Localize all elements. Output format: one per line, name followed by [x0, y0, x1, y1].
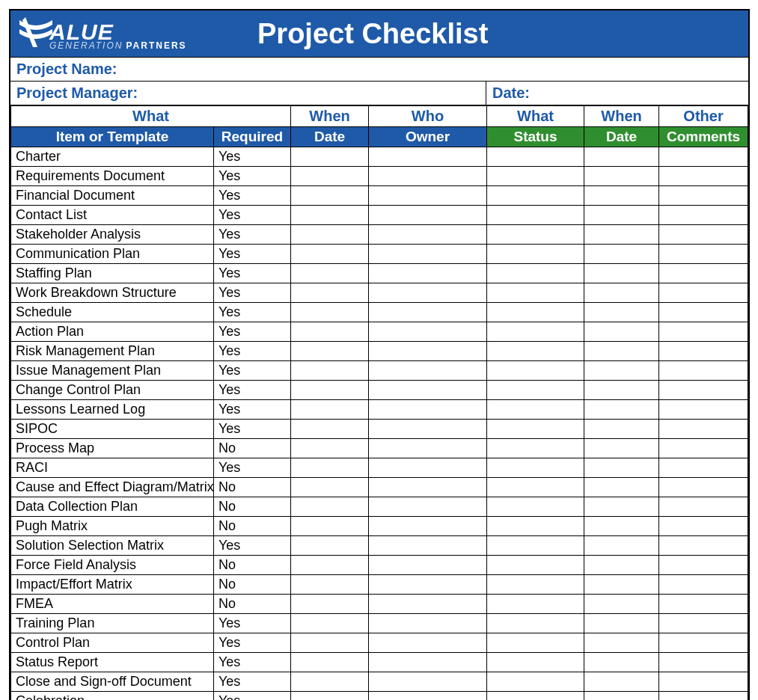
table-row: FMEANo	[11, 595, 748, 614]
cell-comments	[659, 361, 748, 381]
cell-required: Yes	[214, 167, 291, 186]
cell-date2	[584, 264, 659, 283]
col-required: Required	[214, 127, 291, 147]
cell-item: Communication Plan	[11, 245, 214, 264]
cell-date2	[584, 633, 659, 653]
cell-comments	[659, 147, 748, 167]
cell-required: Yes	[214, 536, 291, 556]
cell-status	[487, 595, 584, 614]
cell-comments	[659, 381, 748, 400]
table-row: Work Breakdown StructureYes	[11, 283, 748, 303]
table-row: Process MapNo	[11, 439, 748, 458]
cell-status	[487, 147, 584, 167]
cell-comments	[659, 186, 748, 206]
cell-date1	[291, 536, 369, 556]
project-manager-label: Project Manager:	[10, 82, 486, 105]
cell-owner	[369, 458, 487, 478]
table-row: Control PlanYes	[11, 633, 748, 653]
cell-date2	[584, 517, 659, 536]
cell-required: Yes	[214, 283, 291, 303]
cell-item: Change Control Plan	[11, 381, 214, 400]
group-what2: What	[487, 106, 584, 127]
cell-owner	[369, 633, 487, 653]
cell-status	[487, 186, 584, 206]
cell-status	[487, 245, 584, 264]
cell-status	[487, 342, 584, 361]
cell-date2	[584, 303, 659, 322]
cell-status	[487, 439, 584, 458]
cell-date1	[291, 283, 369, 303]
cell-owner	[369, 517, 487, 536]
cell-item: Issue Management Plan	[11, 361, 214, 381]
cell-status	[487, 575, 584, 595]
cell-item: Cause and Effect Diagram/Matrix	[11, 478, 214, 497]
cell-date2	[584, 206, 659, 225]
table-row: Status ReportYes	[11, 653, 748, 672]
group-what1: What	[11, 106, 291, 127]
cell-comments	[659, 478, 748, 497]
cell-owner	[369, 478, 487, 497]
cell-comments	[659, 245, 748, 264]
cell-item: Data Collection Plan	[11, 497, 214, 517]
cell-required: No	[214, 478, 291, 497]
cell-owner	[369, 420, 487, 439]
cell-comments	[659, 536, 748, 556]
cell-date2	[584, 186, 659, 206]
cell-date1	[291, 225, 369, 245]
brand-top: ALUE	[49, 22, 187, 42]
cell-owner	[369, 439, 487, 458]
cell-date2	[584, 458, 659, 478]
cell-date2	[584, 536, 659, 556]
cell-date1	[291, 245, 369, 264]
cell-item: Status Report	[11, 653, 214, 672]
cell-date2	[584, 439, 659, 458]
cell-item: Process Map	[11, 439, 214, 458]
cell-comments	[659, 400, 748, 420]
cell-comments	[659, 517, 748, 536]
cell-required: Yes	[214, 420, 291, 439]
cell-comments	[659, 206, 748, 225]
cell-date2	[584, 400, 659, 420]
cell-date2	[584, 614, 659, 633]
cell-date1	[291, 575, 369, 595]
cell-status	[487, 556, 584, 575]
cell-comments	[659, 556, 748, 575]
cell-item: Schedule	[11, 303, 214, 322]
cell-status	[487, 322, 584, 342]
group-other: Other	[659, 106, 748, 127]
cell-required: No	[214, 575, 291, 595]
cell-status	[487, 283, 584, 303]
swoosh-icon	[18, 17, 54, 50]
table-row: Lessons Learned LogYes	[11, 400, 748, 420]
cell-comments	[659, 283, 748, 303]
cell-comments	[659, 303, 748, 322]
cell-date1	[291, 692, 369, 701]
cell-date2	[584, 342, 659, 361]
cell-date2	[584, 478, 659, 497]
cell-owner	[369, 672, 487, 692]
cell-required: Yes	[214, 322, 291, 342]
cell-date2	[584, 225, 659, 245]
cell-status	[487, 381, 584, 400]
cell-required: Yes	[214, 400, 291, 420]
cell-status	[487, 167, 584, 186]
cell-date1	[291, 497, 369, 517]
cell-status	[487, 653, 584, 672]
cell-date2	[584, 167, 659, 186]
cell-owner	[369, 381, 487, 400]
cell-comments	[659, 692, 748, 701]
cell-date1	[291, 653, 369, 672]
cell-owner	[369, 361, 487, 381]
cell-owner	[369, 653, 487, 672]
cell-date2	[584, 147, 659, 167]
table-row: Action PlanYes	[11, 322, 748, 342]
cell-date2	[584, 595, 659, 614]
table-row: Force Field AnalysisNo	[11, 556, 748, 575]
table-row: Contact ListYes	[11, 206, 748, 225]
cell-comments	[659, 439, 748, 458]
cell-comments	[659, 672, 748, 692]
group-who: Who	[369, 106, 487, 127]
cell-date1	[291, 303, 369, 322]
cell-status	[487, 361, 584, 381]
cell-owner	[369, 342, 487, 361]
